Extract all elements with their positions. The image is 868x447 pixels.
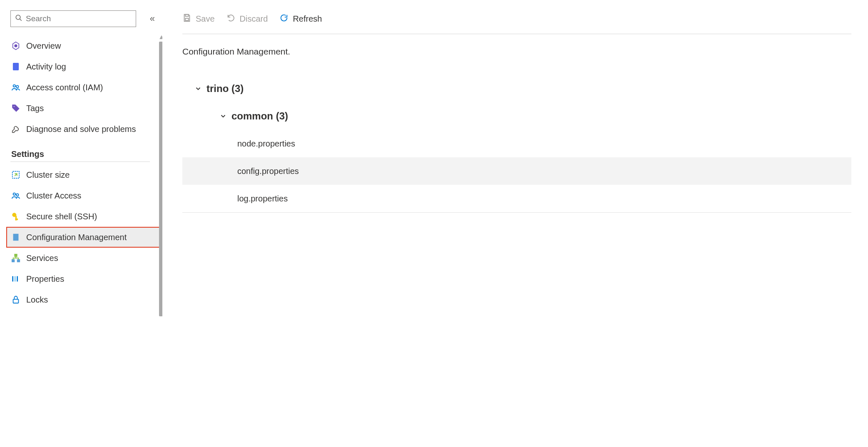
tree-leaf-node-properties[interactable]: node.properties [182,130,851,157]
sidebar-item-label: Diagnose and solve problems [26,124,136,134]
tree-node-label: trino (3) [206,83,244,94]
tree-leaf-config-properties[interactable]: config.properties [182,157,851,185]
page-description: Configuration Management. [182,47,851,57]
search-row: « [10,10,162,27]
sidebar-item-label: Secure shell (SSH) [26,212,97,221]
sidebar-item-label: Tags [26,104,44,113]
tree-node-trino[interactable]: trino (3) [182,75,851,102]
sidebar-item-label: Properties [26,274,64,284]
toolbar-label: Discard [240,14,268,24]
tree-node-label: common (3) [231,110,288,122]
config-tree: trino (3) common (3) node.properties con… [182,75,851,213]
network-icon [11,253,20,263]
svg-point-3 [15,45,17,47]
sidebar-scrollbar[interactable]: ▲ [158,33,162,317]
save-icon [182,13,192,25]
svg-rect-17 [13,234,19,241]
search-box[interactable] [10,10,136,27]
svg-rect-6 [14,66,17,67]
collapse-sidebar-icon[interactable]: « [150,13,155,24]
tree-leaf-label: config.properties [237,166,299,176]
svg-line-1 [20,19,22,21]
divider [182,212,851,213]
sidebar-item-locks[interactable]: Locks [10,289,162,310]
hexagon-cluster-icon [11,41,20,50]
resize-icon [11,170,20,179]
sidebar-item-ssh[interactable]: Secure shell (SSH) [10,206,162,227]
sidebar-item-services[interactable]: Services [10,248,162,268]
wrench-icon [11,124,20,134]
tree-leaf-log-properties[interactable]: log.properties [182,185,851,212]
svg-rect-25 [185,15,188,17]
sidebar-item-access-control[interactable]: Access control (IAM) [10,77,162,98]
toolbar: Save Discard Refresh [182,13,851,34]
key-icon [11,212,20,221]
sidebar-item-properties[interactable]: Properties [10,268,162,289]
svg-rect-24 [13,299,19,303]
properties-icon [11,274,20,283]
svg-point-12 [13,193,15,196]
lock-icon [11,295,20,304]
sidebar-item-label: Locks [26,295,48,305]
refresh-icon [279,13,289,25]
sidebar-item-overview[interactable]: Overview [10,35,162,56]
search-input[interactable] [26,14,132,23]
svg-point-8 [13,85,15,87]
sidebar: « Overview Activity log Access control (… [0,0,162,447]
sidebar-item-label: Activity log [26,62,66,72]
scroll-thumb[interactable] [159,42,163,316]
divider [10,161,150,162]
svg-point-0 [16,15,20,20]
document-icon [11,233,20,242]
toolbar-label: Refresh [293,14,322,24]
sidebar-item-configuration-management[interactable]: Configuration Management [6,227,162,248]
scroll-up-icon[interactable]: ▲ [158,33,162,41]
sidebar-item-diagnose[interactable]: Diagnose and solve problems [10,119,162,139]
discard-button: Discard [226,13,268,25]
svg-rect-18 [15,254,17,257]
people-icon [11,83,20,92]
sidebar-item-activity-log[interactable]: Activity log [10,56,162,77]
search-icon [15,14,22,24]
sidebar-item-label: Configuration Management [26,233,127,242]
svg-point-9 [16,85,18,88]
undo-icon [226,13,236,25]
save-button: Save [182,13,215,25]
toolbar-label: Save [196,14,215,24]
refresh-button[interactable]: Refresh [279,13,322,25]
chevron-down-icon [190,85,206,92]
svg-rect-16 [15,219,18,220]
svg-point-13 [16,194,18,196]
section-header-settings: Settings [10,149,162,159]
sidebar-item-label: Services [26,253,58,263]
sidebar-item-label: Access control (IAM) [26,83,103,92]
svg-rect-5 [14,65,17,65]
sidebar-item-label: Overview [26,41,61,51]
tree-leaf-label: node.properties [237,139,295,149]
sidebar-item-tags[interactable]: Tags [10,98,162,119]
chevron-down-icon [215,112,231,120]
tree-leaf-label: log.properties [237,194,288,204]
svg-point-10 [14,106,15,107]
people-icon [11,191,20,200]
sidebar-item-label: Cluster Access [26,191,81,201]
svg-rect-26 [185,18,188,20]
sidebar-item-cluster-access[interactable]: Cluster Access [10,185,162,206]
svg-rect-20 [17,260,20,262]
log-icon [11,62,20,71]
svg-rect-7 [14,68,16,68]
svg-rect-19 [12,260,14,262]
main-panel: Save Discard Refresh Configuration Manag… [162,0,868,447]
tree-node-common[interactable]: common (3) [182,102,851,130]
tag-icon [11,104,20,113]
sidebar-item-cluster-size[interactable]: Cluster size [10,164,162,185]
sidebar-item-label: Cluster size [26,170,70,180]
